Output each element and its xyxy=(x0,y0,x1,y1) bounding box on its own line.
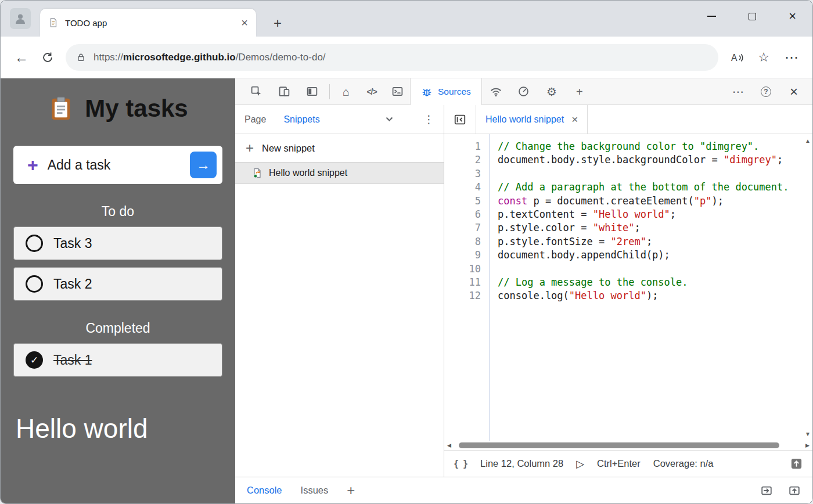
line-number[interactable]: 6 xyxy=(444,208,481,221)
task-checkbox[interactable] xyxy=(26,235,43,252)
pretty-print-icon[interactable]: { } xyxy=(454,459,467,469)
task-label: Task 3 xyxy=(53,236,92,251)
line-number[interactable]: 12 xyxy=(444,289,481,303)
snippet-file-icon xyxy=(251,167,263,179)
add-drawer-tab-icon[interactable]: + xyxy=(347,484,355,498)
tab-page[interactable]: Page xyxy=(244,114,266,125)
scroll-left-icon[interactable]: ◀ xyxy=(447,442,451,448)
line-number[interactable]: 1 xyxy=(444,140,481,153)
new-tab-button[interactable]: + xyxy=(269,15,286,32)
task-card[interactable]: ✓Task 1 xyxy=(13,343,222,377)
clipboard-icon xyxy=(48,95,74,122)
read-aloud-icon[interactable]: A xyxy=(730,51,744,64)
line-number[interactable]: 3 xyxy=(444,167,481,181)
tab-title: TODO app xyxy=(65,18,235,28)
line-number[interactable]: 11 xyxy=(444,276,481,289)
minimize-button[interactable] xyxy=(707,16,716,17)
expand-quick-view-icon[interactable] xyxy=(788,484,801,497)
code-line: const p = document.createElement("p"); xyxy=(498,195,803,208)
browser-tab[interactable]: TODO app × xyxy=(40,9,256,37)
gear-icon[interactable]: ⚙ xyxy=(538,78,566,105)
scroll-up-icon[interactable]: ▲ xyxy=(805,138,811,144)
elements-icon[interactable]: </> xyxy=(359,78,384,105)
line-numbers[interactable]: 123456789101112 xyxy=(444,134,490,441)
tab-strip: TODO app × + × xyxy=(1,1,812,37)
profile-avatar[interactable] xyxy=(10,8,31,29)
submit-task-button[interactable]: → xyxy=(190,152,217,178)
scrollbar-thumb[interactable] xyxy=(459,442,779,448)
back-button[interactable]: ← xyxy=(13,49,30,66)
code-editor[interactable]: // Change the background color to "dimgr… xyxy=(490,134,803,441)
scrollbar-track[interactable] xyxy=(454,442,803,449)
line-number[interactable]: 4 xyxy=(444,181,481,194)
close-editor-tab-icon[interactable]: × xyxy=(571,114,578,125)
task-checkbox-checked[interactable]: ✓ xyxy=(26,351,43,369)
editor-status-bar: { } Line 12, Column 28 ▷ Ctrl+Enter Cove… xyxy=(444,450,812,477)
close-window-button[interactable]: × xyxy=(789,10,796,23)
task-checkbox[interactable] xyxy=(26,275,43,293)
tab-sources[interactable]: Sources xyxy=(410,78,482,105)
tab-issues[interactable]: Issues xyxy=(301,485,329,496)
browser-menu-icon[interactable]: ⋯ xyxy=(783,49,800,66)
code-line: document.body.style.backgroundColor = "d… xyxy=(498,153,803,167)
more-options-icon[interactable]: ⋯ xyxy=(724,78,752,105)
snippet-name: Hello world snippet xyxy=(269,168,347,178)
reload-button[interactable] xyxy=(41,51,54,64)
navigator-pane: Page Snippets ⋮ + New snippet xyxy=(235,105,444,477)
code-line: p.style.color = "white"; xyxy=(498,221,803,235)
add-task-field[interactable]: + Add a task → xyxy=(13,146,222,184)
tab-snippets[interactable]: Snippets xyxy=(283,114,319,125)
coverage-status: Coverage: n/a xyxy=(653,458,714,469)
completed-heading: Completed xyxy=(1,321,235,336)
line-number[interactable]: 5 xyxy=(444,195,481,208)
devtools-toolbar-right: ⋯ ? × xyxy=(724,78,812,105)
close-devtools-icon[interactable]: × xyxy=(780,78,808,105)
new-snippet-button[interactable]: + New snippet xyxy=(235,134,444,162)
tab-close-icon[interactable]: × xyxy=(241,17,248,28)
site-lock-icon[interactable] xyxy=(76,52,86,62)
window-controls: × xyxy=(707,10,796,23)
tab-console[interactable]: Console xyxy=(247,485,282,496)
chevron-down-icon[interactable] xyxy=(386,117,393,122)
line-number[interactable]: 8 xyxy=(444,235,481,249)
horizontal-scrollbar[interactable]: ◀ ▶ xyxy=(444,441,812,450)
editor-tab[interactable]: Hello world snippet × xyxy=(476,105,588,134)
address-bar[interactable]: https://microsoftedge.github.io/Demos/de… xyxy=(66,44,718,71)
code-line: p.style.fontSize = "2rem"; xyxy=(498,235,803,249)
console-panel-icon[interactable] xyxy=(384,78,410,105)
line-number[interactable]: 2 xyxy=(444,153,481,167)
task-card[interactable]: Task 2 xyxy=(13,267,222,301)
more-tabs-icon[interactable]: ⋮ xyxy=(423,113,434,126)
scroll-right-icon[interactable]: ▶ xyxy=(805,442,810,448)
todo-list: Task 3Task 2 xyxy=(1,226,235,301)
run-snippet-icon[interactable]: ▷ xyxy=(576,458,584,470)
device-toolbar-icon[interactable] xyxy=(270,78,298,105)
dock-panel-icon[interactable] xyxy=(298,78,326,105)
toolbar-divider xyxy=(329,84,330,99)
code-line xyxy=(498,167,803,181)
dock-quick-view-icon[interactable] xyxy=(760,484,773,497)
task-card[interactable]: Task 3 xyxy=(13,226,222,260)
todo-app: My tasks + Add a task → To do Task 3Task… xyxy=(1,78,235,503)
welcome-home-icon[interactable]: ⌂ xyxy=(333,78,359,105)
scroll-down-icon[interactable]: ▼ xyxy=(805,431,811,437)
help-icon[interactable]: ? xyxy=(752,78,780,105)
line-number[interactable]: 9 xyxy=(444,249,481,262)
inspect-icon[interactable] xyxy=(242,78,270,105)
hide-navigator-icon[interactable] xyxy=(444,105,476,134)
maximize-button[interactable] xyxy=(749,13,756,20)
line-number[interactable]: 7 xyxy=(444,221,481,235)
editor-tab-label: Hello world snippet xyxy=(485,114,564,125)
devtools-panel: ⌂ </> Sources ⚙ xyxy=(235,78,812,503)
code-line xyxy=(498,262,803,276)
line-number[interactable]: 10 xyxy=(444,262,481,276)
load-panel-icon[interactable] xyxy=(790,457,803,470)
cursor-position: Line 12, Column 28 xyxy=(480,458,563,469)
snippet-item[interactable]: Hello world snippet xyxy=(235,162,444,184)
favorite-star-icon[interactable]: ☆ xyxy=(756,50,772,65)
run-shortcut: Ctrl+Enter xyxy=(597,458,641,469)
performance-icon[interactable] xyxy=(510,78,538,105)
add-panel-icon[interactable]: + xyxy=(566,78,593,105)
network-icon[interactable] xyxy=(482,78,510,105)
vertical-scrollbar[interactable]: ▲ ▼ xyxy=(803,134,812,441)
